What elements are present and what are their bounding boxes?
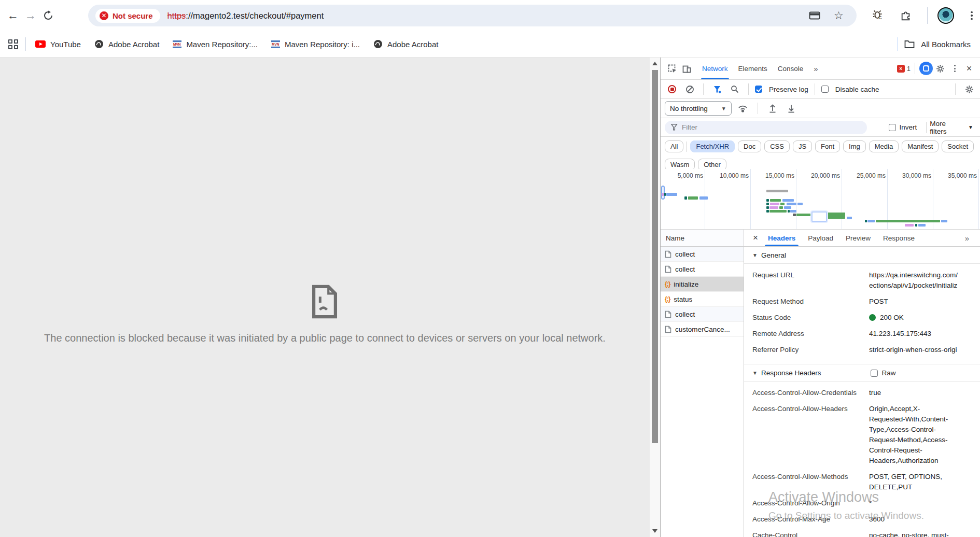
waterfall-bar bbox=[766, 190, 788, 192]
filter-chip-all[interactable]: All bbox=[665, 140, 683, 152]
bookmark-label: Maven Repository:... bbox=[186, 40, 258, 49]
request-row[interactable]: {;}initialize bbox=[661, 277, 744, 292]
wifi-gear-icon bbox=[738, 104, 748, 113]
section-title[interactable]: ▼Response HeadersRaw bbox=[744, 364, 980, 381]
bookmark-item[interactable]: MVNMaven Repository: i... bbox=[271, 40, 360, 49]
search-network-button[interactable] bbox=[727, 82, 742, 96]
filter-chip-media[interactable]: Media bbox=[869, 140, 899, 152]
details-tab-headers[interactable]: Headers bbox=[762, 230, 802, 246]
request-row[interactable]: collect bbox=[661, 307, 744, 322]
scrollbar-thumb[interactable] bbox=[652, 70, 658, 443]
url-rest: ://magento2.test/checkout/#payment bbox=[186, 11, 324, 20]
filter-chip-doc[interactable]: Doc bbox=[738, 140, 761, 152]
device-toolbar-button[interactable] bbox=[679, 61, 694, 76]
request-row[interactable]: {;}status bbox=[661, 292, 744, 307]
close-details-button[interactable]: × bbox=[749, 231, 762, 245]
error-badge[interactable]: × 1 bbox=[897, 65, 911, 73]
extensions-button[interactable] bbox=[900, 10, 912, 21]
payment-methods-button[interactable] bbox=[809, 11, 820, 20]
timeline-tick-label: 15,000 ms bbox=[748, 172, 794, 179]
bookmark-star-button[interactable]: ☆ bbox=[834, 9, 844, 22]
devtools-menu-button[interactable] bbox=[947, 61, 962, 76]
record-network-button[interactable] bbox=[665, 82, 679, 96]
bookmark-item[interactable]: MVNMaven Repository:... bbox=[173, 40, 258, 49]
filter-chip-js[interactable]: JS bbox=[793, 140, 812, 152]
security-chip[interactable]: ✕ Not secure bbox=[95, 9, 160, 23]
inspect-element-button[interactable] bbox=[665, 61, 679, 76]
ai-assistance-button[interactable] bbox=[919, 62, 933, 75]
request-name: collect bbox=[675, 310, 695, 318]
more-filters-button[interactable]: More filters ▼ bbox=[930, 120, 976, 135]
request-row[interactable]: collect bbox=[661, 247, 744, 262]
address-bar[interactable]: ✕ Not secure https://magento2.test/check… bbox=[88, 5, 857, 26]
more-detail-tabs-button[interactable]: » bbox=[959, 230, 975, 246]
bookmark-item[interactable]: Adobe Acrobat bbox=[373, 39, 438, 49]
all-bookmarks-button[interactable]: All Bookmarks bbox=[921, 40, 971, 49]
triangle-down-icon: ▼ bbox=[752, 370, 758, 376]
waterfall-selection-box[interactable] bbox=[811, 211, 827, 222]
clear-icon bbox=[685, 85, 694, 94]
raw-checkbox[interactable] bbox=[871, 370, 878, 377]
filter-input[interactable]: Filter bbox=[665, 121, 867, 134]
bookmark-label: YouTube bbox=[50, 40, 81, 49]
debugger-extension-button[interactable]: C bbox=[872, 10, 884, 21]
browser-menu-button[interactable] bbox=[965, 9, 978, 22]
header-row: Request MethodPOST bbox=[744, 293, 980, 309]
request-name: initialize bbox=[674, 280, 698, 288]
filter-chip-manifest[interactable]: Manifest bbox=[902, 140, 939, 152]
filter-toggle-button[interactable] bbox=[710, 82, 724, 96]
invert-checkbox[interactable] bbox=[889, 124, 896, 131]
page-scrollbar[interactable] bbox=[650, 58, 660, 537]
network-settings-button[interactable] bbox=[962, 82, 976, 96]
request-row[interactable]: customerCance... bbox=[661, 322, 744, 337]
devtools-tab-bar: NetworkElementsConsole » × 1 × bbox=[661, 58, 980, 80]
scroll-up-arrow[interactable] bbox=[652, 62, 657, 65]
reload-button[interactable] bbox=[39, 7, 57, 24]
devtools-close-button[interactable]: × bbox=[962, 61, 976, 76]
waterfall-bar bbox=[766, 206, 769, 209]
request-row[interactable]: collect bbox=[661, 262, 744, 277]
details-tab-preview[interactable]: Preview bbox=[839, 230, 877, 246]
filter-chip-fetchxhr[interactable]: Fetch/XHR bbox=[690, 140, 735, 152]
header-name: Cache-Control bbox=[744, 530, 869, 537]
filter-chip-font[interactable]: Font bbox=[815, 140, 840, 152]
import-har-button[interactable] bbox=[765, 101, 780, 116]
more-tabs-button[interactable]: » bbox=[808, 58, 823, 79]
section-title[interactable]: ▼General bbox=[744, 247, 980, 264]
tab-elements[interactable]: Elements bbox=[733, 58, 773, 79]
profile-avatar[interactable] bbox=[937, 7, 954, 24]
waterfall-bar bbox=[684, 196, 687, 200]
throttling-select[interactable]: No throttling ▼ bbox=[665, 101, 732, 116]
preserve-log-checkbox[interactable] bbox=[755, 86, 762, 93]
clear-network-log-button[interactable] bbox=[682, 82, 697, 96]
network-overview[interactable]: 5,000 ms10,000 ms15,000 ms20,000 ms25,00… bbox=[661, 169, 980, 230]
raw-toggle: Raw bbox=[871, 369, 895, 377]
filter-chip-socket[interactable]: Socket bbox=[942, 140, 974, 152]
header-row: Access-Control-Allow-Credentialstrue bbox=[744, 385, 980, 401]
forward-button[interactable]: → bbox=[22, 7, 39, 24]
waterfall-bar bbox=[666, 193, 677, 196]
tab-network[interactable]: Network bbox=[697, 58, 733, 79]
devtools-settings-button[interactable] bbox=[933, 61, 947, 76]
page-content: The connection is blocked because it was… bbox=[0, 58, 650, 537]
export-har-button[interactable] bbox=[784, 101, 799, 116]
header-name: Access-Control-Allow-Headers bbox=[744, 404, 869, 466]
details-tab-response[interactable]: Response bbox=[877, 230, 921, 246]
network-conditions-button[interactable] bbox=[736, 101, 750, 116]
header-name: Referrer Policy bbox=[744, 345, 869, 355]
ai-icon bbox=[922, 65, 930, 72]
bookmark-item[interactable]: YouTube bbox=[35, 40, 81, 49]
back-button[interactable]: ← bbox=[4, 7, 22, 24]
filter-chip-img[interactable]: Img bbox=[843, 140, 866, 152]
request-name: collect bbox=[675, 250, 695, 258]
apps-grid-icon[interactable] bbox=[8, 39, 18, 49]
tab-console[interactable]: Console bbox=[773, 58, 809, 79]
bookmark-item[interactable]: Adobe Acrobat bbox=[94, 39, 159, 49]
details-tab-payload[interactable]: Payload bbox=[802, 230, 839, 246]
filter-chip-css[interactable]: CSS bbox=[764, 140, 790, 152]
name-column-header[interactable]: Name bbox=[661, 230, 744, 247]
device-toolbar-icon bbox=[682, 64, 691, 73]
scroll-down-arrow[interactable] bbox=[652, 529, 657, 533]
waterfall-bar bbox=[782, 199, 794, 202]
disable-cache-checkbox[interactable] bbox=[821, 86, 829, 93]
